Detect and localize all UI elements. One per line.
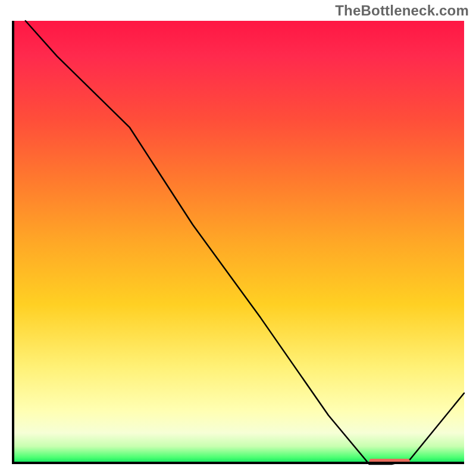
- bottleneck-curve: [26, 21, 464, 464]
- valley-highlight: [369, 459, 409, 464]
- plot-frame: [12, 21, 464, 464]
- chart-root: TheBottleneck.com: [0, 0, 476, 476]
- watermark-text: TheBottleneck.com: [335, 2, 469, 19]
- curve-layer: [12, 21, 464, 464]
